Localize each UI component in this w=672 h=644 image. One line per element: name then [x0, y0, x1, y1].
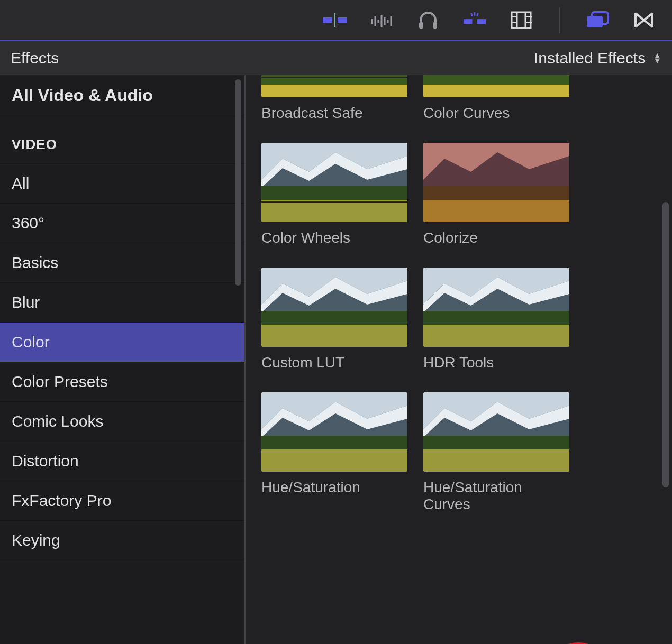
svg-rect-60 — [423, 449, 569, 472]
svg-rect-45 — [261, 325, 407, 347]
svg-rect-34 — [261, 186, 407, 202]
effect-label: Colorize — [423, 229, 569, 246]
effect-label: Hue/Saturation Curves — [423, 479, 569, 513]
chevron-updown-icon: ▲▼ — [653, 53, 661, 63]
sidebar-item-all-video-audio[interactable]: All Video & Audio — [0, 75, 244, 116]
sidebar-item-distortion[interactable]: Distortion — [0, 441, 244, 481]
svg-rect-11 — [433, 22, 437, 29]
sidebar-item-color[interactable]: Color — [0, 323, 244, 362]
sidebar-item-color-presets[interactable]: Color Presets — [0, 362, 244, 402]
audio-level-icon[interactable] — [369, 8, 394, 32]
effects-header-bar: Effects Installed Effects ▲▼ — [0, 41, 672, 75]
effect-label: Color Wheels — [261, 229, 407, 246]
svg-rect-40 — [423, 200, 569, 222]
transitions-icon[interactable] — [632, 8, 656, 32]
headphones-icon[interactable] — [416, 8, 440, 32]
grid-scrollbar[interactable] — [662, 202, 669, 487]
effects-filter-dropdown[interactable]: Installed Effects ▲▼ — [534, 49, 661, 67]
effect-label: Color Curves — [423, 105, 569, 122]
svg-rect-55 — [261, 449, 407, 472]
effect-label: Custom LUT — [261, 354, 407, 371]
svg-line-16 — [477, 13, 478, 16]
svg-rect-17 — [512, 12, 531, 28]
svg-rect-12 — [464, 19, 473, 24]
sidebar-section-video: VIDEO — [0, 116, 244, 164]
svg-rect-59 — [423, 436, 569, 452]
effects-category-sidebar: All Video & Audio VIDEO All 360° Basics … — [0, 75, 244, 644]
effect-label: HDR Tools — [423, 354, 569, 371]
svg-rect-30 — [423, 75, 569, 85]
effect-custom-lut[interactable]: Custom LUT — [261, 268, 407, 371]
svg-rect-54 — [261, 436, 407, 452]
svg-rect-1 — [338, 17, 347, 23]
toolbar-separator — [559, 7, 560, 33]
top-toolbar — [0, 0, 672, 41]
svg-rect-13 — [477, 19, 486, 24]
effect-hue-saturation-curves[interactable]: Hue/Saturation Curves — [423, 392, 569, 513]
skimming-icon[interactable] — [462, 8, 487, 32]
svg-rect-27 — [261, 75, 407, 85]
effect-broadcast-safe[interactable]: Broadcast Safe — [261, 75, 407, 122]
sidebar-item-blur[interactable]: Blur — [0, 283, 244, 323]
filmstrip-icon[interactable] — [509, 8, 533, 32]
split-icon[interactable] — [323, 8, 347, 32]
effect-color-wheels[interactable]: Color Wheels — [261, 143, 407, 246]
svg-rect-10 — [419, 22, 423, 29]
svg-rect-39 — [423, 186, 569, 202]
dropdown-label: Installed Effects — [534, 49, 646, 67]
effects-browser-icon[interactable] — [585, 8, 610, 32]
effects-grid: Broadcast Safe Color Curves Color Wheels… — [246, 75, 672, 644]
svg-rect-49 — [423, 311, 569, 327]
svg-rect-24 — [587, 16, 603, 27]
sidebar-item-fxfactory-pro[interactable]: FxFactory Pro — [0, 481, 244, 521]
effect-color-curves[interactable]: Color Curves — [423, 75, 569, 122]
svg-rect-0 — [323, 17, 332, 23]
effect-colorize[interactable]: Colorize — [423, 143, 569, 246]
sidebar-item-comic-looks[interactable]: Comic Looks — [0, 402, 244, 441]
effect-label: Hue/Saturation — [261, 479, 407, 496]
sidebar-scrollbar[interactable] — [235, 79, 241, 286]
svg-rect-35 — [261, 200, 407, 222]
sidebar-item-keying[interactable]: Keying — [0, 521, 244, 560]
svg-rect-50 — [423, 325, 569, 347]
effect-label: Broadcast Safe — [261, 105, 407, 122]
effect-hdr-tools[interactable]: HDR Tools — [423, 268, 569, 371]
svg-rect-44 — [261, 311, 407, 327]
effect-hue-saturation[interactable]: Hue/Saturation — [261, 392, 407, 513]
panel-title: Effects — [11, 49, 59, 67]
sidebar-item-basics[interactable]: Basics — [0, 243, 244, 283]
sidebar-item-360[interactable]: 360° — [0, 204, 244, 243]
svg-line-14 — [471, 13, 473, 16]
sidebar-item-all[interactable]: All — [0, 164, 244, 204]
